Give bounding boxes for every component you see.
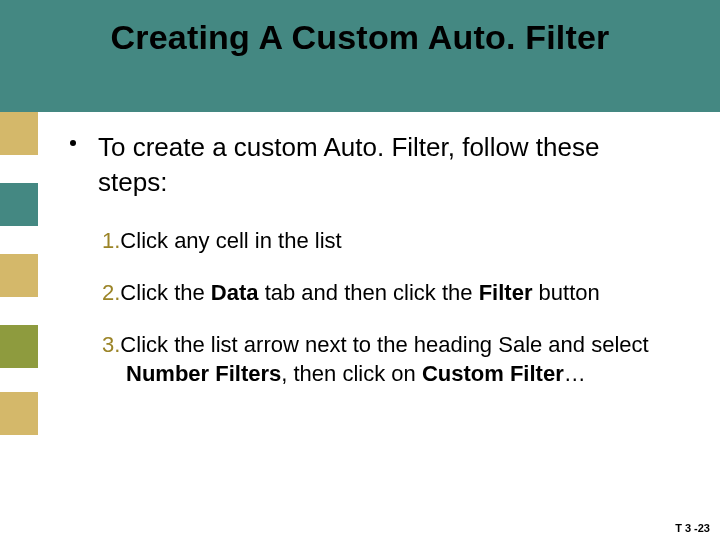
step-text: Click any cell in the list — [120, 228, 341, 253]
step-text-part: tab and then click the — [259, 280, 479, 305]
step-text-bold: Data — [211, 280, 259, 305]
step-text-part: Click the list arrow next to the heading… — [120, 332, 648, 357]
side-strip — [0, 183, 38, 226]
step-1: 1.Click any cell in the list — [70, 226, 670, 256]
step-text-bold: Custom Filter — [422, 361, 564, 386]
step-text-part: Click the — [120, 280, 210, 305]
step-2: 2.Click the Data tab and then click the … — [70, 278, 670, 308]
step-3: 3.Click the list arrow next to the headi… — [70, 330, 670, 389]
side-strip — [0, 254, 38, 297]
step-number: 2. — [102, 280, 120, 305]
bullet-icon — [70, 140, 76, 146]
side-strip — [0, 325, 38, 368]
slide-title: Creating A Custom Auto. Filter — [0, 18, 720, 57]
step-text-bold: Number Filters — [126, 361, 281, 386]
step-number: 1. — [102, 228, 120, 253]
side-strip — [0, 112, 38, 155]
step-text-part: button — [532, 280, 599, 305]
slide-footer: T 3 -23 — [675, 522, 710, 534]
step-text-bold: Filter — [479, 280, 533, 305]
intro-bullet: To create a custom Auto. Filter, follow … — [70, 130, 670, 200]
step-text-part: … — [564, 361, 586, 386]
step-text-part: , then click on — [281, 361, 422, 386]
step-number: 3. — [102, 332, 120, 357]
side-strip — [0, 392, 38, 435]
intro-text: To create a custom Auto. Filter, follow … — [98, 132, 599, 197]
content-area: To create a custom Auto. Filter, follow … — [70, 130, 670, 411]
